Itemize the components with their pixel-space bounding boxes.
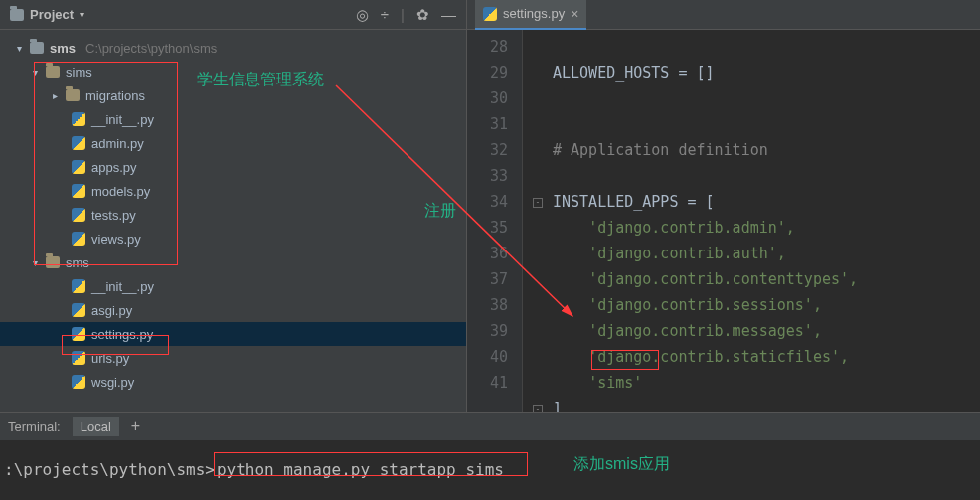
python-icon bbox=[72, 208, 85, 222]
tree-file[interactable]: wsgi.py bbox=[0, 370, 466, 394]
tree-file[interactable]: apps.py bbox=[0, 155, 466, 179]
target-icon[interactable]: ◎ bbox=[356, 6, 369, 24]
terminal-panel: Terminal: Local + :\projects\python\sms>… bbox=[0, 412, 980, 500]
project-path: C:\projects\python\sms bbox=[85, 41, 217, 56]
python-icon bbox=[72, 160, 85, 174]
code-content[interactable]: ALLOWED_HOSTS = [] # Application definit… bbox=[523, 30, 980, 412]
file-label: __init__.py bbox=[91, 112, 154, 127]
python-icon bbox=[72, 112, 85, 126]
code-comment: # Application definition bbox=[553, 141, 768, 159]
file-label: asgi.py bbox=[91, 303, 132, 318]
folder-icon bbox=[46, 256, 60, 268]
folder-label: sims bbox=[66, 65, 92, 80]
code-area[interactable]: 2829303132333435363738394041 ALLOWED_HOS… bbox=[467, 30, 980, 412]
tree-file[interactable]: urls.py bbox=[0, 346, 466, 370]
file-label: __init__.py bbox=[91, 279, 154, 294]
fold-icon[interactable]: - bbox=[533, 405, 543, 413]
folder-icon bbox=[10, 9, 24, 21]
code-line: INSTALLED_APPS = [ bbox=[553, 193, 715, 211]
terminal-tab-local[interactable]: Local bbox=[73, 417, 119, 436]
code-string: 'django.contrib.admin', bbox=[588, 219, 795, 237]
python-icon bbox=[72, 327, 85, 341]
python-icon bbox=[72, 184, 85, 198]
gear-icon[interactable]: ✿ bbox=[416, 6, 429, 24]
terminal-prompt: :\projects\python\sms> bbox=[4, 460, 215, 479]
folder-icon bbox=[46, 66, 60, 78]
code-string: 'django.contrib.messages', bbox=[588, 322, 822, 340]
terminal-title: Terminal: bbox=[8, 419, 61, 434]
file-label: wsgi.py bbox=[91, 375, 134, 390]
hide-icon[interactable]: — bbox=[441, 6, 456, 23]
file-label: admin.py bbox=[91, 136, 144, 151]
file-label: urls.py bbox=[91, 351, 129, 366]
tree-file[interactable]: admin.py bbox=[0, 131, 466, 155]
sidebar-header: Project ▾ ◎ ÷ | ✿ — bbox=[0, 0, 466, 30]
code-string: 'django.contrib.contenttypes', bbox=[588, 270, 858, 288]
terminal-body[interactable]: :\projects\python\sms>python manage.py s… bbox=[0, 440, 980, 479]
tab-label: settings.py bbox=[503, 6, 565, 21]
folder-label: migrations bbox=[85, 88, 145, 103]
add-terminal-button[interactable]: + bbox=[131, 417, 140, 435]
fold-icon[interactable]: - bbox=[533, 198, 543, 208]
file-label: views.py bbox=[91, 232, 141, 247]
tree-file[interactable]: models.py bbox=[0, 179, 466, 203]
chevron-down-icon[interactable]: ▾ bbox=[80, 9, 84, 20]
code-string: 'sims' bbox=[588, 374, 642, 392]
folder-label: sms bbox=[66, 255, 89, 270]
python-icon bbox=[72, 232, 85, 246]
file-label: apps.py bbox=[91, 160, 137, 175]
code-string: 'django.contrib.auth', bbox=[588, 245, 786, 262]
python-icon bbox=[72, 136, 85, 150]
folder-icon bbox=[66, 89, 80, 101]
terminal-command: python manage.py startapp sims bbox=[217, 460, 504, 479]
code-line: ALLOWED_HOSTS = [] bbox=[553, 64, 715, 82]
collapse-icon[interactable]: ÷ bbox=[381, 6, 389, 23]
editor-tab-settings[interactable]: settings.py × bbox=[475, 0, 586, 30]
editor-tabs: settings.py × bbox=[467, 0, 980, 30]
python-icon bbox=[72, 279, 85, 293]
tree-file[interactable]: tests.py bbox=[0, 203, 466, 227]
tree-file-settings[interactable]: settings.py bbox=[0, 322, 466, 346]
file-label: settings.py bbox=[91, 327, 153, 342]
python-icon bbox=[72, 303, 85, 317]
project-name: sms bbox=[50, 41, 76, 56]
project-sidebar: Project ▾ ◎ ÷ | ✿ — ▾ sms C:\projects\py… bbox=[0, 0, 467, 412]
code-string: 'django.contrib.sessions', bbox=[588, 296, 822, 314]
code-editor: settings.py × 28293031323334353637383940… bbox=[467, 0, 980, 412]
tree-root[interactable]: ▾ sms C:\projects\python\sms bbox=[0, 36, 466, 60]
tree-file[interactable]: asgi.py bbox=[0, 298, 466, 322]
tree-folder-sms[interactable]: ▾ sms bbox=[0, 250, 466, 274]
code-bracket: ] bbox=[553, 400, 562, 412]
code-string: 'django.contrib.staticfiles', bbox=[588, 348, 849, 366]
annotation-label: 注册 bbox=[424, 201, 456, 222]
python-icon bbox=[72, 375, 85, 389]
tree-file[interactable]: __init__.py bbox=[0, 274, 466, 298]
file-label: models.py bbox=[91, 184, 150, 199]
python-icon bbox=[72, 351, 85, 365]
tree-file[interactable]: views.py bbox=[0, 227, 466, 250]
annotation-label: 添加smis应用 bbox=[573, 454, 670, 475]
folder-icon bbox=[30, 42, 44, 54]
tree-file[interactable]: __init__.py bbox=[0, 107, 466, 131]
terminal-header: Terminal: Local + bbox=[0, 413, 980, 440]
python-icon bbox=[483, 7, 497, 21]
line-gutter: 2829303132333435363738394041 bbox=[467, 30, 523, 412]
project-dropdown-label[interactable]: Project bbox=[30, 7, 74, 22]
close-icon[interactable]: × bbox=[571, 6, 578, 22]
annotation-label: 学生信息管理系统 bbox=[197, 70, 324, 90]
file-label: tests.py bbox=[91, 208, 136, 223]
